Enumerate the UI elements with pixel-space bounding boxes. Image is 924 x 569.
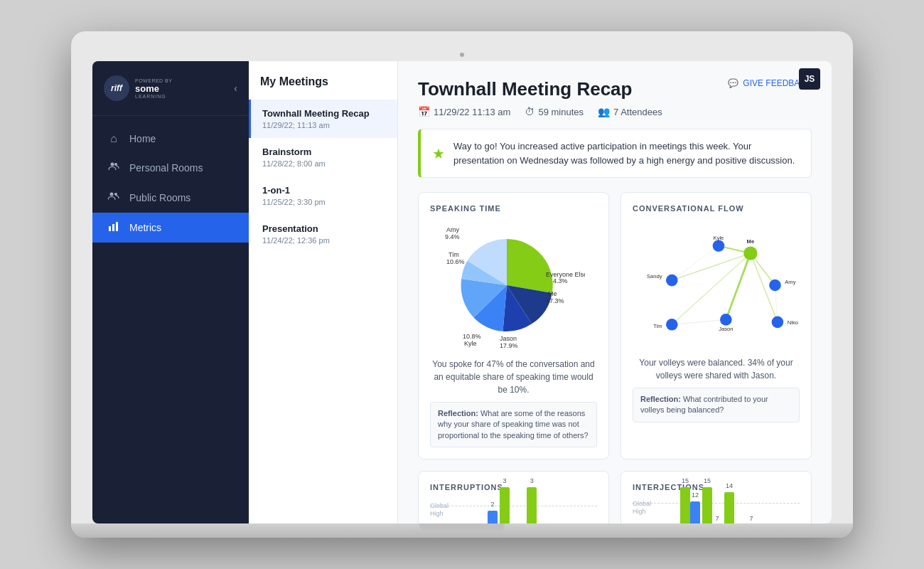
speaking-time-reflection: Reflection: What are some of the reasons… (430, 402, 597, 447)
interruptions-jason-green-bar: 3 (500, 487, 510, 523)
pie-chart: Everyone Else 4.3% Me 47.3% Amy 9.4% Tim… (443, 221, 585, 349)
sidebar-logo: riff Powered by some LEARNING ‹ (92, 61, 249, 116)
metrics-icon (107, 220, 121, 235)
interruptions-global-high-label: GlobalHigh (430, 502, 448, 518)
svg-text:Amy: Amy (785, 279, 795, 285)
public-rooms-icon (107, 191, 121, 205)
interruptions-kyle-green-bar: 3 (527, 487, 537, 523)
star-icon: ★ (432, 145, 445, 162)
meeting-item-2[interactable]: 1-on-1 11/25/22; 3:30 pm (249, 176, 397, 215)
svg-point-31 (769, 280, 781, 292)
meeting-item-3[interactable]: Presentation 11/24/22; 12:36 pm (249, 215, 397, 253)
interjections-amy-green-bar: 15 (680, 487, 690, 523)
meeting-date-0: 11/29/22; 11:13 am (262, 121, 386, 129)
svg-text:10.6%: 10.6% (446, 258, 465, 265)
user-avatar: JS (799, 68, 820, 90)
interjections-amy-col: 3 15 Amy (668, 487, 690, 523)
sidebar-item-home[interactable]: ⌂ Home (92, 124, 249, 153)
logo-powered-text: Powered by (135, 78, 172, 83)
meta-date: 📅 11/29/22 11:13 am (418, 106, 510, 117)
svg-point-32 (666, 319, 678, 331)
sidebar-item-metrics[interactable]: Metrics (92, 213, 249, 243)
interjections-kyle-green-bar: 14 (724, 492, 734, 523)
conversational-flow-title: CONVERSATIONAL FLOW (633, 204, 800, 213)
sidebar-collapse-button[interactable]: ‹ (234, 83, 237, 94)
svg-point-30 (666, 275, 678, 287)
svg-text:4.3%: 4.3% (553, 277, 568, 284)
feedback-icon: 💬 (728, 78, 738, 88)
logo-name-text: some (135, 83, 172, 94)
interjections-jason-col: 12 15 Jason (690, 487, 712, 523)
svg-text:17.9%: 17.9% (500, 342, 518, 349)
personal-rooms-icon (107, 161, 121, 175)
sidebar-item-home-label: Home (129, 133, 156, 144)
main-content: JS Townhall Meeting Recap 💬 GIVE FEEDBAC… (398, 61, 832, 523)
svg-point-3 (114, 193, 117, 196)
sidebar-nav: ⌂ Home Personal Rooms (92, 116, 249, 523)
sidebar-item-personal-rooms-label: Personal Rooms (129, 162, 203, 174)
interjections-jason-blue-bar: 12 (690, 501, 700, 523)
sidebar: riff Powered by some LEARNING ‹ ⌂ Home (92, 61, 249, 523)
svg-text:Tim: Tim (448, 251, 459, 258)
svg-text:Me: Me (747, 238, 755, 245)
main-header: Townhall Meeting Recap 💬 GIVE FEEDBACK (418, 78, 812, 100)
meetings-panel: My Meetings Townhall Meeting Recap 11/29… (249, 61, 398, 523)
meeting-item-1[interactable]: Brainstorm 11/28/22; 8:00 am (249, 138, 397, 176)
cards-grid: SPEAKING TIME (418, 192, 812, 523)
svg-text:9.4%: 9.4% (445, 233, 460, 240)
interruptions-title: INTERRUPTIONS (430, 483, 597, 491)
sidebar-item-public-rooms[interactable]: Public Rooms (92, 183, 249, 213)
interjections-title: INTERJECTIONS (633, 483, 800, 491)
svg-text:47.3%: 47.3% (546, 297, 564, 304)
svg-text:Tim: Tim (653, 323, 662, 329)
svg-line-26 (672, 246, 719, 280)
meeting-name-0: Townhall Meeting Recap (262, 108, 386, 119)
people-icon: 👥 (598, 106, 610, 117)
svg-rect-4 (109, 226, 111, 231)
svg-text:Kyle: Kyle (714, 235, 724, 241)
interruptions-card: INTERRUPTIONS GlobalHigh GlobalAverage (418, 471, 609, 523)
sidebar-item-personal-rooms[interactable]: Personal Rooms (92, 153, 249, 183)
meeting-name-1: Brainstorm (262, 147, 386, 157)
meeting-meta: 📅 11/29/22 11:13 am ⏱ 59 minutes 👥 7 Att… (418, 106, 812, 117)
home-icon: ⌂ (107, 132, 121, 145)
svg-text:Jason: Jason (500, 335, 517, 342)
sidebar-item-public-rooms-label: Public Rooms (129, 192, 190, 203)
meetings-panel-title: My Meetings (249, 75, 397, 100)
speaking-time-card: SPEAKING TIME (418, 192, 609, 459)
svg-rect-5 (112, 224, 114, 231)
interjections-jason-green-bar: 15 (702, 487, 712, 523)
conversational-flow-description: Your volleys were balanced. 34% of your … (633, 356, 800, 382)
meeting-item-0[interactable]: Townhall Meeting Recap 11/29/22; 11:13 a… (249, 100, 397, 138)
svg-text:Kyle: Kyle (464, 340, 477, 347)
logo-sub-text: LEARNING (135, 94, 172, 99)
svg-point-34 (772, 317, 784, 329)
svg-point-28 (743, 246, 757, 260)
svg-point-29 (713, 240, 725, 252)
svg-point-2 (110, 193, 114, 196)
svg-point-33 (720, 314, 732, 326)
network-chart-container: Me Kyle Sandy Amy Tim Jason Niko (633, 221, 800, 349)
meeting-date-1: 11/28/22; 8:00 am (262, 159, 386, 168)
svg-point-0 (111, 163, 114, 166)
feedback-banner: ★ Way to go! You increased active partic… (418, 129, 812, 178)
clock-icon: ⏱ (525, 106, 534, 117)
network-chart: Me Kyle Sandy Amy Tim Jason Niko (633, 221, 800, 349)
svg-text:Me: Me (548, 290, 557, 297)
svg-text:10.8%: 10.8% (463, 333, 481, 340)
pie-chart-container: Everyone Else 4.3% Me 47.3% Amy 9.4% Tim… (430, 221, 597, 349)
speaking-time-description: You spoke for 47% of the conversation an… (430, 358, 597, 396)
svg-line-19 (726, 253, 751, 319)
conversational-flow-card: CONVERSATIONAL FLOW (621, 192, 812, 459)
sidebar-item-metrics-label: Metrics (129, 222, 161, 233)
meeting-title: Townhall Meeting Recap (418, 78, 632, 100)
meta-attendees: 👥 7 Attendees (598, 106, 662, 117)
svg-line-25 (672, 319, 726, 324)
svg-line-20 (672, 253, 751, 280)
svg-text:Amy: Amy (446, 226, 460, 233)
meeting-name-2: 1-on-1 (262, 185, 386, 196)
svg-point-1 (114, 163, 117, 166)
feedback-banner-text: Way to go! You increased active particip… (453, 139, 800, 167)
svg-rect-6 (116, 222, 118, 231)
svg-text:Niko: Niko (788, 319, 798, 326)
